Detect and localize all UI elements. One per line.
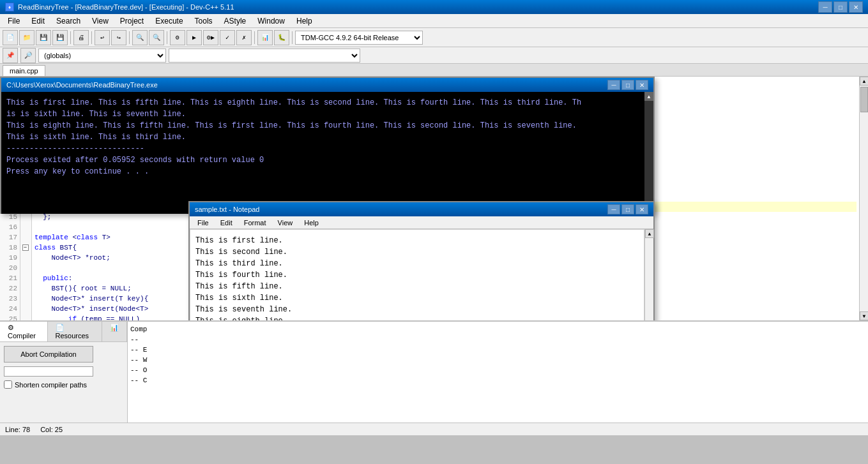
notepad-close-btn[interactable]: ✕ xyxy=(636,204,648,214)
title-bar: ♦ ReadBinaryTree - [ReadBinaryTree.dev] … xyxy=(0,0,868,14)
toolbar-redo-btn[interactable]: ↪ xyxy=(111,30,126,45)
menu-help[interactable]: Help xyxy=(291,15,317,27)
stats-tab-icon: 📊 xyxy=(110,324,119,331)
menu-window[interactable]: Window xyxy=(252,15,290,27)
toolbar-saveall-btn[interactable]: 💾 xyxy=(52,30,68,45)
abort-compilation-btn[interactable]: Abort Compilation xyxy=(4,346,93,363)
notepad-menu-file[interactable]: File xyxy=(192,218,214,228)
notepad-scroll-track[interactable] xyxy=(645,238,653,320)
scroll-down-arrow[interactable]: ▼ xyxy=(860,311,868,320)
notepad-line-1: This is first line. xyxy=(195,235,639,246)
toolbar-divider2 xyxy=(91,31,92,44)
notepad-menu: File Edit Format View Help xyxy=(190,216,653,229)
toolbar-comprun-btn[interactable]: ⚙▶ xyxy=(203,30,218,45)
menu-astyle[interactable]: AStyle xyxy=(219,15,252,27)
shorten-paths-checkbox[interactable] xyxy=(4,380,12,389)
menu-edit[interactable]: Edit xyxy=(26,15,50,27)
minimize-btn[interactable]: ─ xyxy=(818,1,832,13)
output-line-6: -- C xyxy=(130,375,865,385)
toolbar-new-btn[interactable]: 📄 xyxy=(3,30,18,45)
notepad-title-text: sample.txt - Notepad xyxy=(195,206,260,213)
notepad-minimize-btn[interactable]: ─ xyxy=(607,204,620,214)
menu-bar: File Edit Search View Project Execute To… xyxy=(0,14,868,28)
toolbar-replace-btn[interactable]: 🔍 xyxy=(149,30,164,45)
toolbar-save-btn[interactable]: 💾 xyxy=(36,30,51,45)
notepad-menu-edit[interactable]: Edit xyxy=(215,218,238,228)
stats-tab[interactable]: 📊 xyxy=(102,322,127,341)
toolbar-divider5 xyxy=(254,31,255,44)
notepad-controls[interactable]: ─ □ ✕ xyxy=(607,204,648,214)
compiler-tab-label: Compiler xyxy=(8,332,36,340)
close-btn[interactable]: ✕ xyxy=(849,1,863,13)
notepad-line-7: This is seventh line. xyxy=(195,304,639,315)
notepad-line-4: This is fourth line. xyxy=(195,269,639,281)
console-scroll-track xyxy=(644,101,653,205)
function-combo[interactable] xyxy=(169,49,360,63)
console-line-1: This is first line. This is fifth line. … xyxy=(6,97,648,109)
compiler-tabs: ⚙ Compiler 📄 Resources 📊 xyxy=(0,322,127,342)
compiler-panel: ⚙ Compiler 📄 Resources 📊 Abort Compilati… xyxy=(0,322,128,435)
output-panel: Comp -- -- E -- W -- O -- C xyxy=(128,322,868,435)
menu-search[interactable]: Search xyxy=(51,15,86,27)
console-controls[interactable]: ─ □ ✕ xyxy=(607,80,648,90)
notepad-maximize-btn[interactable]: □ xyxy=(621,204,634,214)
console-scrollbar[interactable]: ▲ ▼ xyxy=(644,92,653,214)
app-icon: ♦ xyxy=(5,3,14,11)
console-title-text: C:\Users\Xerox\Documents\ReadBinaryTree.… xyxy=(6,81,158,89)
notepad-menu-format[interactable]: Format xyxy=(239,218,271,228)
scroll-thumb[interactable] xyxy=(860,87,868,112)
status-bar: Line: 78 Col: 25 xyxy=(0,423,868,435)
toolbar-profile-btn[interactable]: 📊 xyxy=(257,30,273,45)
toolbar2-btn1[interactable]: 📌 xyxy=(3,48,18,63)
notepad-vscrollbar[interactable]: ▲ ▼ xyxy=(644,229,653,320)
notepad-body: This is first line. This is second line.… xyxy=(190,229,653,320)
notepad-scroll-up[interactable]: ▲ xyxy=(645,229,654,238)
console-maximize-btn[interactable]: □ xyxy=(621,80,634,90)
tab-main-cpp[interactable]: main.cpp xyxy=(3,65,45,76)
title-bar-left: ♦ ReadBinaryTree - [ReadBinaryTree.dev] … xyxy=(5,3,234,11)
toolbar-check-btn[interactable]: ✓ xyxy=(220,30,235,45)
toolbar-divider6 xyxy=(292,31,293,44)
fold-icon-18: − xyxy=(22,244,29,251)
maximize-btn[interactable]: □ xyxy=(834,1,848,13)
toolbar-find-btn[interactable]: 🔍 xyxy=(132,30,148,45)
notepad-menu-help[interactable]: Help xyxy=(299,218,324,228)
menu-project[interactable]: Project xyxy=(115,15,149,27)
resources-tab[interactable]: 📄 Resources xyxy=(48,322,102,341)
toolbar-debug-btn[interactable]: 🐛 xyxy=(274,30,289,45)
scroll-up-arrow[interactable]: ▲ xyxy=(860,77,868,86)
toolbar-open-btn[interactable]: 📁 xyxy=(19,30,34,45)
status-line: Line: 78 xyxy=(5,426,30,433)
toolbar-run-btn[interactable]: ▶ xyxy=(187,30,202,45)
editor-vscrollbar[interactable]: ▲ ▼ xyxy=(859,77,868,320)
scroll-track[interactable] xyxy=(860,86,868,311)
notepad-text-area[interactable]: This is first line. This is second line.… xyxy=(190,229,644,320)
notepad-window: sample.txt - Notepad ─ □ ✕ File Edit For… xyxy=(188,201,655,320)
toolbar-print-btn[interactable]: 🖨 xyxy=(73,30,89,45)
toolbar-divider4 xyxy=(167,31,167,44)
compiler-tab[interactable]: ⚙ Compiler xyxy=(0,322,48,341)
menu-file[interactable]: File xyxy=(3,15,25,27)
menu-tools[interactable]: Tools xyxy=(190,15,218,27)
menu-execute[interactable]: Execute xyxy=(150,15,188,27)
output-line-4: -- W xyxy=(130,355,865,365)
editor-area: 1 2 3 4 5 6 7 8 9 10 11 12 ... 15 16 17 … xyxy=(0,77,868,320)
toolbar-secondary: 📌 🔎 (globals) xyxy=(0,47,868,64)
console-scroll-up[interactable]: ▲ xyxy=(644,92,653,101)
notepad-menu-view[interactable]: View xyxy=(273,218,298,228)
toolbar-divider3 xyxy=(129,31,130,44)
toolbar-stop-btn[interactable]: ✗ xyxy=(236,30,252,45)
title-bar-controls[interactable]: ─ □ ✕ xyxy=(818,1,863,13)
menu-view[interactable]: View xyxy=(87,15,114,27)
notepad-line-2: This is second line. xyxy=(195,246,639,258)
toolbar2-btn2[interactable]: 🔎 xyxy=(20,48,36,63)
toolbar-compile-btn[interactable]: ⚙ xyxy=(170,30,185,45)
globals-combo[interactable]: (globals) xyxy=(38,49,166,63)
toolbar-undo-btn[interactable]: ↩ xyxy=(95,30,110,45)
console-minimize-btn[interactable]: ─ xyxy=(607,80,620,90)
compiler-combo[interactable]: TDM-GCC 4.9.2 64-bit Release xyxy=(295,31,423,45)
output-line-1: Comp xyxy=(130,324,865,334)
console-line-7: Process exited after 0.05952 seconds wit… xyxy=(6,154,648,166)
console-close-btn[interactable]: ✕ xyxy=(636,80,648,90)
progress-bar xyxy=(4,366,93,377)
